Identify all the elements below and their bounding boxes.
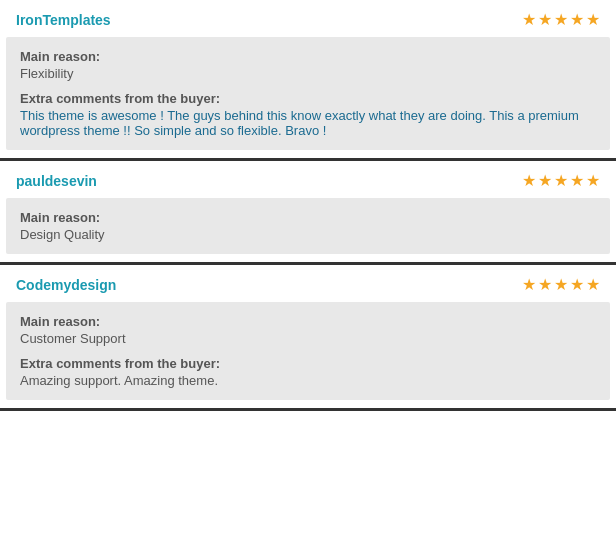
- star-icon: ★: [554, 171, 568, 190]
- field-label: Main reason:: [20, 49, 596, 64]
- reviews-container: IronTemplates★★★★★Main reason:Flexibilit…: [0, 0, 616, 411]
- field-value: Flexibility: [20, 66, 596, 81]
- star-icon: ★: [522, 171, 536, 190]
- star-icon: ★: [538, 171, 552, 190]
- star-icon: ★: [586, 171, 600, 190]
- field-value: Customer Support: [20, 331, 596, 346]
- review-stars-pauldesevin: ★★★★★: [522, 171, 600, 190]
- field-value: Amazing support. Amazing theme.: [20, 373, 596, 388]
- field-label: Extra comments from the buyer:: [20, 91, 596, 106]
- review-username-pauldesevin[interactable]: pauldesevin: [16, 173, 97, 189]
- review-field: Main reason:Flexibility: [20, 49, 596, 81]
- review-block-codemydesign: Codemydesign★★★★★Main reason:Customer Su…: [0, 265, 616, 411]
- review-content-pauldesevin: Main reason:Design Quality: [6, 198, 610, 254]
- star-icon: ★: [538, 275, 552, 294]
- review-username-codemydesign[interactable]: Codemydesign: [16, 277, 116, 293]
- field-label: Main reason:: [20, 314, 596, 329]
- star-icon: ★: [538, 10, 552, 29]
- review-content-codemydesign: Main reason:Customer SupportExtra commen…: [6, 302, 610, 400]
- star-icon: ★: [586, 10, 600, 29]
- star-icon: ★: [586, 275, 600, 294]
- review-block-irontemplates: IronTemplates★★★★★Main reason:Flexibilit…: [0, 0, 616, 161]
- review-block-pauldesevin: pauldesevin★★★★★Main reason:Design Quali…: [0, 161, 616, 265]
- review-username-irontemplates[interactable]: IronTemplates: [16, 12, 111, 28]
- review-header-codemydesign: Codemydesign★★★★★: [0, 265, 616, 302]
- star-icon: ★: [570, 171, 584, 190]
- review-field: Main reason:Customer Support: [20, 314, 596, 346]
- star-icon: ★: [570, 275, 584, 294]
- review-content-irontemplates: Main reason:FlexibilityExtra comments fr…: [6, 37, 610, 150]
- review-field: Extra comments from the buyer:This theme…: [20, 91, 596, 138]
- field-label: Main reason:: [20, 210, 596, 225]
- star-icon: ★: [570, 10, 584, 29]
- review-field: Extra comments from the buyer:Amazing su…: [20, 356, 596, 388]
- review-stars-irontemplates: ★★★★★: [522, 10, 600, 29]
- review-stars-codemydesign: ★★★★★: [522, 275, 600, 294]
- review-header-irontemplates: IronTemplates★★★★★: [0, 0, 616, 37]
- field-value: This theme is awesome ! The guys behind …: [20, 108, 596, 138]
- field-value: Design Quality: [20, 227, 596, 242]
- review-header-pauldesevin: pauldesevin★★★★★: [0, 161, 616, 198]
- star-icon: ★: [522, 275, 536, 294]
- field-label: Extra comments from the buyer:: [20, 356, 596, 371]
- star-icon: ★: [522, 10, 536, 29]
- star-icon: ★: [554, 10, 568, 29]
- review-field: Main reason:Design Quality: [20, 210, 596, 242]
- star-icon: ★: [554, 275, 568, 294]
